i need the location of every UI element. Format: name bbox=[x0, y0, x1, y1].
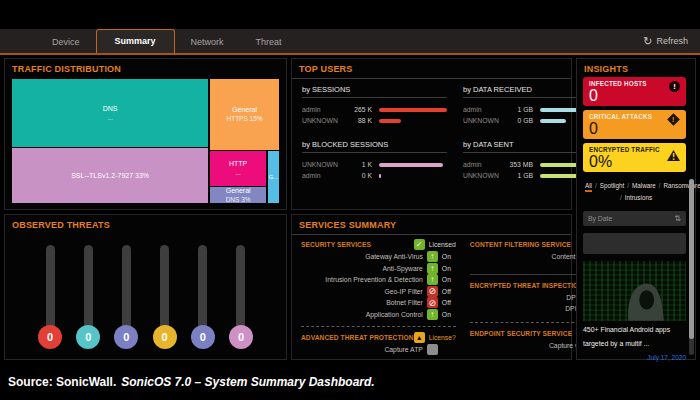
user-value: 0 K bbox=[342, 172, 372, 179]
top-users-charts: by SESSIONS admin 265 K UNKNOWN 88 K by … bbox=[292, 79, 571, 181]
threat-gauge[interactable]: 0 bbox=[228, 245, 254, 349]
status-up-icon bbox=[427, 274, 438, 285]
svg-text:!: ! bbox=[672, 153, 676, 161]
chart-heading: by SESSIONS bbox=[302, 83, 447, 98]
threat-gauge[interactable]: 0 bbox=[75, 245, 101, 349]
treemap-block-ssl[interactable]: SSL--TLSv1.2-7927 33% bbox=[12, 148, 208, 203]
critical-attacks-card[interactable]: CRITICAL ATTACKS 0 bbox=[583, 110, 686, 139]
service-label: Geo-IP Filter bbox=[384, 288, 422, 295]
treemap-label: DNS bbox=[103, 105, 118, 112]
section-heading: CONTENT FILTERING SERVICE bbox=[470, 241, 571, 248]
treemap-block-general-https[interactable]: General HTTPS 15% bbox=[210, 79, 279, 150]
insights-title: INSIGHTS bbox=[577, 59, 695, 77]
gauge-count-badge: 0 bbox=[153, 325, 177, 349]
status-up-icon bbox=[427, 309, 438, 320]
user-value: 265 K bbox=[342, 106, 372, 113]
gauge-count-badge: 0 bbox=[38, 325, 62, 349]
licensed-check-icon bbox=[414, 239, 425, 250]
service-status: On bbox=[442, 253, 456, 260]
infected-hosts-card[interactable]: INFECTED HOSTS 0 bbox=[583, 77, 686, 106]
chart-by-blocked-sessions: by BLOCKED SESSIONS UNKNOWN 1 K admin 0 … bbox=[302, 138, 447, 181]
treemap-block-truncated[interactable]: G... bbox=[268, 151, 279, 203]
user-value: 0 GB bbox=[503, 117, 533, 124]
user-bar bbox=[379, 119, 401, 123]
alert-triangle-icon: ! bbox=[667, 147, 680, 165]
threat-gauge[interactable]: 0 bbox=[37, 245, 63, 349]
card-label: INFECTED HOSTS bbox=[589, 80, 680, 87]
user-label: UNKNOWN bbox=[302, 117, 342, 124]
user-bar bbox=[379, 174, 381, 178]
service-status: Off bbox=[442, 299, 456, 306]
alert-circle-icon bbox=[669, 81, 680, 92]
card-value: 0 bbox=[589, 120, 680, 138]
service-label: Intrusion Prevention & Detection bbox=[325, 276, 422, 283]
filter-ransomware[interactable]: Ransomware bbox=[664, 182, 700, 189]
filter-malware[interactable]: Malware bbox=[632, 182, 656, 189]
top-nav-bar: Device Summary Network Threat Refresh bbox=[0, 29, 700, 55]
filter-separator: / bbox=[620, 194, 622, 201]
insights-scrollbar[interactable] bbox=[689, 179, 694, 355]
treemap-block-dns[interactable]: DNS ... bbox=[12, 79, 208, 147]
filter-separator: / bbox=[595, 182, 597, 189]
sort-arrows-icon bbox=[674, 214, 681, 223]
status-up-icon bbox=[427, 251, 438, 262]
encrypted-traffic-card[interactable]: ENCRYPTED TRAFFIC 0% ! bbox=[583, 143, 686, 172]
service-label: Capture ATP bbox=[384, 346, 422, 353]
gauge-track-icon bbox=[236, 245, 245, 333]
tab-summary[interactable]: Summary bbox=[96, 29, 175, 53]
sonicos-dashboard: Device Summary Network Threat Refresh TR… bbox=[0, 0, 700, 400]
license-warning-icon bbox=[414, 332, 425, 343]
service-row: Capture ATP bbox=[301, 344, 456, 356]
scrollbar-thumb[interactable] bbox=[689, 179, 694, 339]
user-value: 1 GB bbox=[503, 106, 533, 113]
user-value: 1 GB bbox=[503, 172, 533, 179]
gauge-track-icon bbox=[84, 245, 93, 333]
threat-gauge[interactable]: 0 bbox=[190, 245, 216, 349]
chart-heading: by BLOCKED SESSIONS bbox=[302, 138, 447, 153]
user-value: 1 K bbox=[342, 161, 372, 168]
treemap-label: G... bbox=[268, 174, 278, 180]
caption-source: Source: SonicWall. bbox=[8, 375, 116, 389]
tab-network[interactable]: Network bbox=[175, 30, 240, 53]
filter-intrusions[interactable]: Intrusions bbox=[625, 194, 652, 201]
license-status[interactable]: License? bbox=[429, 334, 456, 341]
user-label: UNKNOWN bbox=[302, 161, 342, 168]
license-status: Licensed bbox=[429, 241, 456, 248]
insights-input[interactable] bbox=[583, 233, 686, 254]
treemap-label: General bbox=[226, 187, 251, 194]
section-heading: ENDPOINT SECURITY SERVICE bbox=[470, 330, 572, 337]
threat-gauges: 0 0 0 0 0 0 bbox=[5, 233, 286, 349]
tab-threat[interactable]: Threat bbox=[240, 30, 298, 53]
sort-by-select[interactable]: By Date bbox=[583, 211, 686, 226]
gauge-count-badge: 0 bbox=[229, 325, 253, 349]
refresh-button[interactable]: Refresh bbox=[643, 29, 688, 53]
traffic-distribution-panel: TRAFFIC DISTRIBUTION DNS ... General HTT… bbox=[4, 58, 287, 210]
news-card[interactable]: 450+ Financial Android apps targeted by … bbox=[583, 261, 686, 361]
treemap-sublabel: ... bbox=[107, 114, 112, 121]
treemap-block-general-dns[interactable]: General DNS 3% bbox=[210, 187, 266, 203]
filter-all[interactable]: All bbox=[585, 182, 592, 192]
observed-threats-title: OBSERVED THREATS bbox=[5, 215, 286, 233]
treemap-block-http[interactable]: HTTP ... bbox=[210, 151, 266, 186]
section-heading: ADVANCED THREAT PROTECTION bbox=[301, 334, 414, 341]
status-off-icon bbox=[427, 286, 438, 297]
tab-device[interactable]: Device bbox=[36, 30, 96, 53]
service-row: Application Control On bbox=[301, 309, 456, 321]
filter-separator: / bbox=[627, 182, 629, 189]
filter-spotlight[interactable]: Spotlight bbox=[600, 182, 625, 189]
gauge-track-icon bbox=[198, 245, 207, 333]
section-heading: SECURITY SERVICES bbox=[301, 241, 371, 248]
threat-gauge[interactable]: 0 bbox=[152, 245, 178, 349]
gauge-count-badge: 0 bbox=[76, 325, 100, 349]
services-summary-panel: SERVICES SUMMARY SECURITY SERVICES Licen… bbox=[291, 214, 572, 360]
observed-threats-panel: OBSERVED THREATS 0 0 0 0 0 bbox=[4, 214, 287, 360]
refresh-icon bbox=[643, 35, 652, 48]
service-label: Application Control bbox=[366, 311, 423, 318]
gauge-count-badge: 0 bbox=[191, 325, 215, 349]
gauge-count-badge: 0 bbox=[114, 325, 138, 349]
user-row: admin 265 K bbox=[302, 104, 447, 115]
service-status: Off bbox=[442, 288, 456, 295]
threat-gauge[interactable]: 0 bbox=[113, 245, 139, 349]
chart-by-sessions: by SESSIONS admin 265 K UNKNOWN 88 K bbox=[302, 83, 447, 126]
service-row: Anti-Spyware On bbox=[301, 263, 456, 275]
